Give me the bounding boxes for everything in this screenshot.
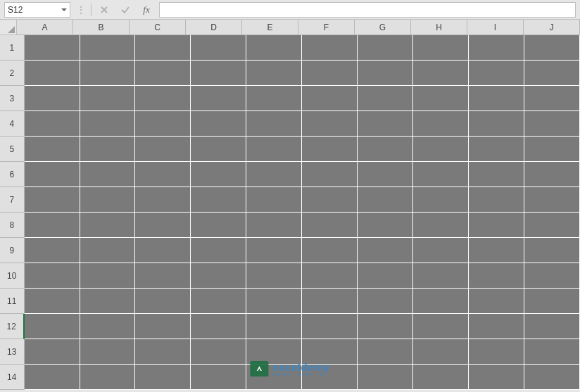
- cell[interactable]: [80, 339, 136, 365]
- column-header[interactable]: D: [186, 20, 242, 35]
- cell[interactable]: [358, 263, 413, 289]
- cell[interactable]: [358, 187, 413, 213]
- column-header[interactable]: F: [298, 20, 355, 35]
- cell[interactable]: [25, 35, 80, 61]
- cell[interactable]: [302, 86, 358, 111]
- cell[interactable]: [246, 365, 302, 390]
- cell[interactable]: [413, 86, 469, 111]
- cell[interactable]: [413, 289, 469, 314]
- cell[interactable]: [246, 137, 302, 162]
- cell[interactable]: [191, 61, 246, 86]
- cell[interactable]: [246, 238, 302, 263]
- cell[interactable]: [135, 162, 191, 187]
- row-header[interactable]: 6: [0, 162, 25, 187]
- dropdown-icon[interactable]: [61, 8, 67, 11]
- cell[interactable]: [191, 111, 246, 137]
- cell[interactable]: [358, 365, 413, 390]
- cell[interactable]: [469, 238, 524, 263]
- cell[interactable]: [358, 213, 413, 238]
- cell[interactable]: [135, 314, 191, 339]
- cell[interactable]: [135, 86, 191, 111]
- name-box[interactable]: S12: [4, 2, 70, 18]
- cell[interactable]: [302, 35, 358, 61]
- row-header[interactable]: 4: [0, 111, 25, 137]
- cell[interactable]: [524, 263, 580, 289]
- cell[interactable]: [246, 86, 302, 111]
- cell[interactable]: [246, 187, 302, 213]
- insert-function-button[interactable]: fx: [138, 2, 155, 18]
- cell[interactable]: [25, 213, 80, 238]
- cell[interactable]: [246, 111, 302, 137]
- cell[interactable]: [524, 86, 580, 111]
- cell[interactable]: [469, 111, 524, 137]
- cell[interactable]: [302, 137, 358, 162]
- cell[interactable]: [469, 263, 524, 289]
- cell[interactable]: [358, 238, 413, 263]
- cell[interactable]: [191, 86, 246, 111]
- cell[interactable]: [413, 238, 469, 263]
- cell[interactable]: [135, 238, 191, 263]
- cell[interactable]: [358, 111, 413, 137]
- cell[interactable]: [358, 339, 413, 365]
- cell[interactable]: [302, 314, 358, 339]
- cell[interactable]: [524, 162, 580, 187]
- cell[interactable]: [358, 314, 413, 339]
- cell[interactable]: [135, 111, 191, 137]
- cell[interactable]: [413, 162, 469, 187]
- cell[interactable]: [302, 289, 358, 314]
- cell[interactable]: [25, 238, 80, 263]
- cell[interactable]: [524, 238, 580, 263]
- cell[interactable]: [302, 162, 358, 187]
- cell[interactable]: [413, 365, 469, 390]
- cell[interactable]: [25, 365, 80, 390]
- cell[interactable]: [524, 35, 580, 61]
- cell[interactable]: [358, 35, 413, 61]
- cell[interactable]: [524, 213, 580, 238]
- cell[interactable]: [469, 86, 524, 111]
- cell[interactable]: [80, 365, 136, 390]
- cell[interactable]: [358, 61, 413, 86]
- row-header[interactable]: 5: [0, 137, 25, 162]
- cell[interactable]: [191, 263, 246, 289]
- cell[interactable]: [135, 35, 191, 61]
- column-header[interactable]: G: [355, 20, 411, 35]
- cell[interactable]: [469, 339, 524, 365]
- cell[interactable]: [80, 86, 136, 111]
- cell[interactable]: [469, 187, 524, 213]
- cell[interactable]: [135, 289, 191, 314]
- cell[interactable]: [524, 137, 580, 162]
- cell[interactable]: [358, 289, 413, 314]
- cell[interactable]: [25, 314, 80, 339]
- row-header[interactable]: 10: [0, 263, 25, 289]
- cell[interactable]: [191, 289, 246, 314]
- cell[interactable]: [413, 314, 469, 339]
- cell[interactable]: [524, 111, 580, 137]
- cell[interactable]: [25, 111, 80, 137]
- row-header[interactable]: 8: [0, 213, 25, 238]
- cell[interactable]: [413, 339, 469, 365]
- row-header[interactable]: 3: [0, 86, 25, 111]
- cell[interactable]: [80, 111, 136, 137]
- cell[interactable]: [191, 314, 246, 339]
- cell[interactable]: [25, 162, 80, 187]
- cell[interactable]: [80, 238, 136, 263]
- cell[interactable]: [80, 314, 136, 339]
- cell[interactable]: [80, 213, 136, 238]
- cell[interactable]: [469, 137, 524, 162]
- cell[interactable]: [358, 162, 413, 187]
- cell[interactable]: [302, 213, 358, 238]
- cell[interactable]: [135, 137, 191, 162]
- column-header[interactable]: A: [17, 20, 73, 35]
- column-header[interactable]: H: [411, 20, 467, 35]
- cell[interactable]: [25, 61, 80, 86]
- cell[interactable]: [80, 289, 136, 314]
- column-header[interactable]: C: [130, 20, 186, 35]
- cell[interactable]: [413, 263, 469, 289]
- cell[interactable]: [25, 339, 80, 365]
- select-all-button[interactable]: [0, 20, 17, 35]
- cell[interactable]: [524, 61, 580, 86]
- cell[interactable]: [302, 263, 358, 289]
- row-header[interactable]: 2: [0, 61, 25, 86]
- column-header[interactable]: E: [242, 20, 298, 35]
- cell[interactable]: [25, 289, 80, 314]
